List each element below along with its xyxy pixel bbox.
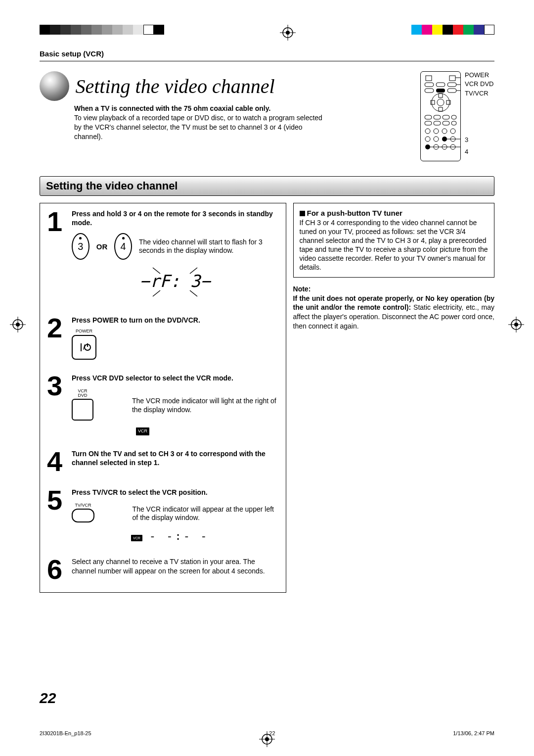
step-3-heading: Press VCR DVD selector to select the VCR…: [72, 374, 279, 382]
cmyk-bar: [411, 25, 494, 35]
or-label: OR: [96, 242, 108, 252]
step-2: 2 Press POWER to turn on the DVD/VCR. PO…: [47, 316, 279, 360]
header-row: Setting the video channel When a TV is c…: [40, 71, 494, 161]
page-number: 22: [40, 690, 56, 707]
remote-diagram: POWER VCR DVD TV/VCR 3 4: [420, 71, 494, 161]
svg-line-56: [190, 290, 197, 296]
power-label: POWER: [72, 329, 96, 334]
step-1: 1 Press and hold 3 or 4 on the remote fo…: [47, 209, 279, 302]
note-label: Note:: [293, 284, 494, 294]
registration-target-right-icon: [508, 317, 524, 332]
remote-label-4: 4: [465, 148, 494, 156]
intro-text: When a TV is connected with the 75 ohm c…: [74, 104, 331, 142]
step-3-desc: The VCR mode indicator will light at the…: [132, 397, 279, 414]
side-box-title: For a push-button TV tuner: [300, 208, 488, 218]
grayscale-bar: [40, 25, 164, 35]
svg-point-41: [442, 137, 447, 142]
tvvcr-button-label: TV/VCR: [72, 503, 94, 508]
step-number: 2: [47, 316, 67, 340]
notes-column: For a push-button TV tuner If CH 3 or 4 …: [293, 203, 494, 593]
step-4-heading: Turn ON the TV and set to CH 3 or 4 to c…: [72, 449, 279, 467]
registration-target-icon: [280, 25, 296, 41]
remote-label-3: 3: [465, 136, 494, 144]
step-6: 6 Select any channel to receive a TV sta…: [47, 557, 279, 582]
footer-filename: 2I30201B-En_p18-25: [40, 730, 91, 736]
remote-label-column: POWER VCR DVD TV/VCR 3 4: [465, 71, 494, 157]
svg-rect-19: [436, 89, 445, 93]
step-6-heading: Select any channel to receive a TV stati…: [72, 557, 279, 575]
vcrdvd-button-icon: [72, 399, 93, 421]
vcr-indicator-badge: VCR: [136, 427, 149, 435]
registration-target-bottom-icon: [259, 731, 275, 747]
two-column-layout: 1 Press and hold 3 or 4 on the remote fo…: [40, 203, 494, 593]
svg-text:−rF: 3−: −rF: 3−: [140, 271, 212, 291]
registration-target-left-icon: [10, 317, 26, 332]
vcr-badge-small: VCR: [131, 535, 142, 541]
step-number: 1: [47, 209, 67, 234]
step-3: 3 Press VCR DVD selector to select the V…: [47, 374, 279, 435]
step-1-desc: The video channel will start to flash fo…: [139, 238, 279, 255]
display-dashes: - -:- -: [149, 529, 209, 544]
page-content: Basic setup (VCR) Setting the video chan…: [40, 49, 494, 707]
step-4: 4 Turn ON the TV and set to CH 3 or 4 to…: [47, 449, 279, 474]
square-bullet-icon: [300, 211, 305, 216]
intro-body: To view playback of a recorded tape or D…: [74, 114, 322, 141]
section-heading-bar: Setting the video channel: [40, 176, 494, 196]
step-5: 5 Press TV/VCR to select the VCR positio…: [47, 488, 279, 543]
step-number: 4: [47, 449, 67, 474]
step-1-heading: Press and hold 3 or 4 on the remote for …: [72, 209, 279, 227]
power-button-icon: /: [72, 335, 96, 360]
remote-button-3-icon: 3: [72, 233, 89, 260]
remote-label-vcrdvd: VCR DVD: [465, 80, 494, 88]
manual-page: Basic setup (VCR) Setting the video chan…: [0, 0, 534, 756]
svg-line-55: [153, 290, 160, 296]
side-box-body: If CH 3 or 4 corresponding to the video …: [300, 218, 488, 272]
step-number: 5: [47, 488, 67, 513]
remote-label-tvvcr: TV/VCR: [465, 90, 494, 97]
step-5-desc: The VCR indicator will appear at the upp…: [133, 505, 279, 522]
remote-icon: [420, 71, 461, 161]
step-5-heading: Press TV/VCR to select the VCR position.: [72, 488, 279, 497]
sphere-icon: [40, 71, 69, 101]
steps-column: 1 Press and hold 3 or 4 on the remote fo…: [40, 203, 286, 593]
tvvcr-button-icon: [72, 509, 94, 522]
remote-button-4-icon: 4: [114, 233, 132, 260]
registration-color-bars: [40, 25, 494, 41]
note-block: Note: If the unit does not operate prope…: [293, 284, 494, 331]
step-number: 3: [47, 374, 67, 398]
vcrdvd-button-label: VCR DVD: [72, 389, 93, 398]
step-2-heading: Press POWER to turn on the DVD/VCR.: [72, 316, 279, 325]
breadcrumb: Basic setup (VCR): [40, 49, 494, 61]
step-number: 6: [47, 557, 67, 582]
pushbutton-tuner-box: For a push-button TV tuner If CH 3 or 4 …: [293, 203, 494, 278]
remote-label-power: POWER: [465, 71, 494, 79]
svg-point-43: [425, 144, 430, 149]
display-rf: −rF: 3−: [72, 265, 279, 301]
page-title: Setting the video channel: [75, 75, 274, 97]
intro-bold: When a TV is connected with the 75 ohm c…: [74, 104, 270, 112]
footer-timestamp: 1/13/06, 2:47 PM: [453, 730, 494, 736]
title-block: Setting the video channel When a TV is c…: [40, 71, 410, 142]
